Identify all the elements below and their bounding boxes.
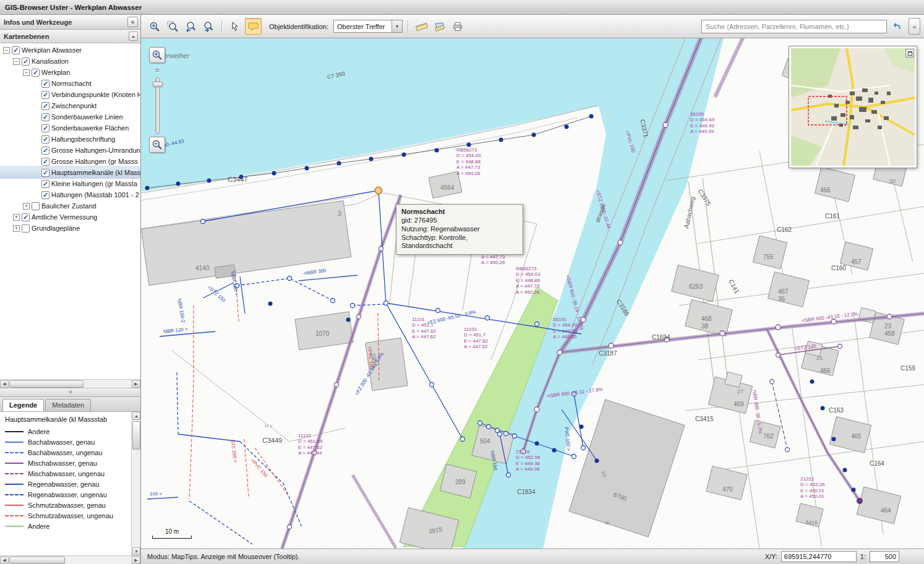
layer-label: Haltungsbeschriftung bbox=[51, 135, 115, 143]
undo-navigation-icon[interactable] bbox=[888, 18, 905, 35]
overview-map-toggle-button[interactable] bbox=[905, 49, 914, 58]
tooltip-line: Schachttyp: Kontrolle, Standardschacht bbox=[401, 234, 518, 251]
map-scale-input[interactable] bbox=[870, 551, 899, 562]
collapse-node-icon[interactable]: − bbox=[23, 69, 30, 76]
measure-area-tool-icon[interactable] bbox=[431, 18, 448, 35]
tree-horizontal-scrollbar[interactable]: ◀ ▶ bbox=[0, 379, 140, 388]
layer-tree-item[interactable]: ✓Sonderbauwerke Flächen bbox=[0, 122, 140, 134]
layer-checkbox[interactable]: ✓ bbox=[32, 69, 40, 77]
legend-title: Hauptsammelkanäle (kl Massstab bbox=[0, 412, 140, 426]
layer-tree-item[interactable]: −✓Werkplan bbox=[0, 67, 140, 78]
layer-checkbox[interactable] bbox=[32, 202, 40, 210]
layer-checkbox[interactable]: ✓ bbox=[41, 158, 49, 166]
layer-checkbox[interactable]: ✓ bbox=[41, 169, 49, 177]
layer-checkbox[interactable]: ✓ bbox=[41, 113, 49, 121]
layer-tree-item[interactable]: +Baulicher Zustand bbox=[0, 200, 140, 212]
sidebar-tabs: Legende Metadaten bbox=[0, 397, 140, 412]
scroll-left-icon[interactable]: ◀ bbox=[0, 557, 9, 564]
tooltip-line: Nutzung: Regenabwasser bbox=[401, 225, 518, 234]
maptips-tool-icon[interactable] bbox=[245, 18, 262, 35]
legend-line-swatch bbox=[5, 515, 24, 516]
legend-scrollbar-thumb[interactable] bbox=[132, 421, 140, 450]
layer-checkbox[interactable]: ✓ bbox=[41, 80, 49, 88]
search-input[interactable] bbox=[701, 20, 887, 33]
identify-tool-icon[interactable] bbox=[227, 18, 244, 35]
layer-checkbox[interactable]: ✓ bbox=[12, 46, 20, 54]
treffer-dropdown[interactable]: Oberster Treffer ▼ bbox=[333, 20, 403, 33]
layer-tree-item[interactable]: ✓Zwischenpunkt bbox=[0, 100, 140, 111]
print-tool-icon[interactable] bbox=[449, 18, 466, 35]
collapse-sidebar-button[interactable]: « bbox=[127, 17, 138, 27]
legend-scrollbar-thumb-h[interactable] bbox=[9, 557, 65, 564]
scroll-right-icon[interactable]: ▶ bbox=[132, 380, 140, 388]
layer-checkbox[interactable]: ✓ bbox=[41, 180, 49, 188]
zoom-window-tool-icon[interactable] bbox=[164, 18, 181, 35]
legend-item: Andere bbox=[0, 521, 140, 531]
scroll-left-icon[interactable]: ◀ bbox=[0, 380, 9, 388]
scroll-up-icon[interactable]: ▲ bbox=[132, 412, 140, 420]
leaf-spacer bbox=[33, 136, 40, 143]
leaf-spacer bbox=[33, 147, 40, 154]
zoom-next-tool-icon[interactable] bbox=[200, 18, 216, 35]
layer-checkbox[interactable]: ✓ bbox=[41, 91, 49, 99]
layer-tree-item[interactable]: ✓Grosse Haltungen-Umrandun bbox=[0, 145, 140, 156]
collapse-kartenebenen-button[interactable]: ▲ bbox=[129, 32, 138, 41]
zoom-previous-tool-icon[interactable] bbox=[182, 18, 199, 35]
zoom-slider[interactable] bbox=[155, 77, 160, 134]
layer-tree-item[interactable]: −✓Kanalisation bbox=[0, 56, 140, 67]
layer-checkbox[interactable]: ✓ bbox=[41, 147, 49, 155]
layer-tree-item[interactable]: +Grundlagepläne bbox=[0, 223, 140, 234]
layer-checkbox[interactable]: ✓ bbox=[22, 213, 30, 221]
layer-checkbox[interactable]: ✓ bbox=[22, 58, 30, 66]
scroll-down-icon[interactable]: ▼ bbox=[132, 547, 140, 555]
infos-werkzeuge-title: Infos und Werkzeuge bbox=[4, 19, 72, 26]
leaf-spacer bbox=[33, 181, 40, 187]
layer-tree-item[interactable]: ✓Normschacht bbox=[0, 78, 140, 89]
legend-line-swatch bbox=[5, 494, 24, 495]
tab-metadaten[interactable]: Metadaten bbox=[45, 399, 91, 411]
measure-distance-tool-icon[interactable] bbox=[413, 18, 430, 35]
layer-tree-item[interactable]: −✓Werkplan Abwasser bbox=[0, 45, 140, 56]
zoom-in-tool-icon[interactable] bbox=[146, 18, 163, 35]
overview-map[interactable] bbox=[789, 46, 917, 168]
tab-legende[interactable]: Legende bbox=[2, 399, 44, 411]
panel-splitter[interactable]: « bbox=[0, 388, 140, 397]
collapse-panel-button[interactable]: « bbox=[909, 18, 920, 35]
xy-coordinates-input[interactable] bbox=[781, 551, 857, 562]
tree-scrollbar-thumb[interactable] bbox=[9, 380, 83, 388]
collapse-node-icon[interactable]: − bbox=[13, 58, 20, 65]
layer-checkbox[interactable]: ✓ bbox=[41, 124, 49, 132]
layer-tree-item[interactable]: ✓Grosse Haltungen (gr Masss bbox=[0, 156, 140, 167]
legend-line-swatch bbox=[5, 526, 24, 527]
layer-checkbox[interactable]: ✓ bbox=[41, 191, 49, 199]
collapse-node-icon[interactable]: − bbox=[3, 47, 10, 54]
leaf-spacer bbox=[33, 103, 40, 109]
zoom-slider-thumb[interactable] bbox=[153, 82, 163, 87]
layer-tree-item[interactable]: ✓Sonderbauwerke Linien bbox=[0, 111, 140, 122]
layer-tree-item[interactable]: ✓Verbindungspunkte (Knoten H bbox=[0, 89, 140, 100]
scroll-right-icon[interactable]: ▶ bbox=[132, 557, 140, 564]
zoom-in-map-button[interactable] bbox=[149, 47, 165, 63]
legend-vertical-scrollbar[interactable]: ▲ ▼ bbox=[131, 412, 140, 555]
layer-tree-item[interactable]: ✓Haltungsbeschriftung bbox=[0, 134, 140, 145]
legend-horizontal-scrollbar[interactable]: ◀ ▶ bbox=[0, 555, 140, 564]
hovered-normschacht-point[interactable] bbox=[375, 187, 382, 194]
expand-node-icon[interactable]: + bbox=[23, 203, 30, 210]
legend-item: Schmutzabwasser, ungenau bbox=[0, 510, 140, 521]
layer-label: Kleine Haltungen (gr Massta bbox=[51, 180, 137, 187]
expand-node-icon[interactable]: + bbox=[13, 225, 20, 232]
layer-tree-item[interactable]: ✓Kleine Haltungen (gr Massta bbox=[0, 178, 140, 189]
expand-node-icon[interactable]: + bbox=[13, 214, 20, 221]
zoom-out-map-button[interactable] bbox=[149, 137, 165, 153]
layer-tree-item[interactable]: +✓Amtliche Vermessung bbox=[0, 212, 140, 223]
layer-checkbox[interactable] bbox=[22, 224, 30, 233]
layer-label: Normschacht bbox=[51, 80, 92, 87]
layer-checkbox[interactable]: ✓ bbox=[41, 102, 49, 110]
legend-item: Bachabwasser, genau bbox=[0, 437, 140, 447]
map-canvas[interactable]: gerweiherC7 350<PP 200 -44.83C34474564RB… bbox=[141, 38, 924, 549]
layer-tree-item[interactable]: ✓Haltungen (Masstab 1001 - 2 bbox=[0, 189, 140, 200]
layer-label: Hauptsammelkanäle (kl Mass bbox=[51, 169, 140, 176]
chevron-down-icon[interactable]: ▼ bbox=[391, 20, 402, 32]
layer-checkbox[interactable]: ✓ bbox=[41, 135, 49, 143]
layer-tree-item[interactable]: ✓Hauptsammelkanäle (kl Mass bbox=[0, 167, 140, 178]
